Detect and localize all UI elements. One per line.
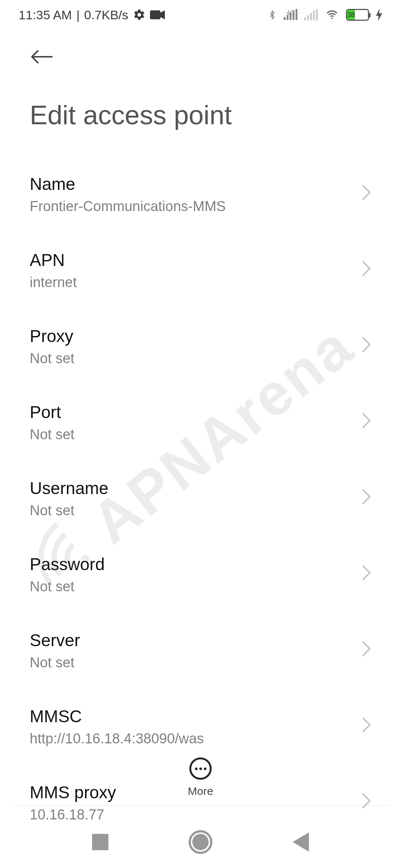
status-separator: |: [76, 8, 80, 22]
signal-2: [304, 9, 318, 20]
setting-mms-proxy[interactable]: MMS proxy 10.16.18.77: [30, 765, 371, 841]
setting-label: Port: [30, 402, 74, 422]
bluetooth-icon: [267, 8, 277, 22]
setting-value: Not set: [30, 427, 74, 443]
status-left: 11:35 AM | 0.7KB/s: [19, 8, 165, 22]
gear-icon: [133, 9, 146, 21]
battery-percent: 38: [348, 11, 355, 19]
setting-value: Not set: [30, 579, 105, 595]
setting-username[interactable]: Username Not set: [30, 460, 371, 536]
setting-value: http://10.16.18.4:38090/was: [30, 731, 204, 747]
chevron-right-icon: [362, 260, 371, 280]
arrow-left-icon: [30, 49, 53, 65]
settings-list: Name Frontier-Communications-MMS APN int…: [0, 156, 401, 841]
chevron-right-icon: [362, 565, 371, 584]
setting-value: Not set: [30, 655, 80, 671]
signal-bars-icon: [284, 9, 297, 20]
status-netspeed: 0.7KB/s: [84, 8, 128, 22]
setting-label: MMS proxy: [30, 782, 116, 802]
setting-value: internet: [30, 274, 77, 290]
chevron-right-icon: [362, 717, 371, 736]
status-right: 4G 38: [267, 8, 382, 22]
setting-value: Not set: [30, 503, 108, 519]
setting-label: Password: [30, 554, 105, 574]
back-row: [0, 30, 401, 78]
chevron-right-icon: [362, 184, 371, 204]
camera-icon: [150, 10, 165, 20]
charging-bolt-icon: [376, 9, 382, 21]
setting-name[interactable]: Name Frontier-Communications-MMS: [30, 156, 371, 232]
setting-label: Username: [30, 478, 108, 498]
setting-label: Server: [30, 630, 80, 650]
status-bar: 11:35 AM | 0.7KB/s 4G: [0, 0, 401, 30]
chevron-right-icon: [362, 412, 371, 432]
chevron-right-icon: [362, 336, 371, 356]
setting-mmsc[interactable]: MMSC http://10.16.18.4:38090/was: [30, 688, 371, 765]
wifi-icon: [325, 9, 339, 21]
svg-rect-0: [150, 10, 160, 19]
svg-point-1: [331, 17, 333, 19]
setting-value: 10.16.18.77: [30, 807, 116, 823]
setting-password[interactable]: Password Not set: [30, 536, 371, 612]
setting-label: Proxy: [30, 326, 74, 346]
page-title: Edit access point: [0, 78, 401, 156]
battery-icon: 38: [346, 9, 369, 21]
chevron-right-icon: [362, 641, 371, 660]
setting-port[interactable]: Port Not set: [30, 384, 371, 460]
setting-label: APN: [30, 250, 77, 270]
chevron-right-icon: [362, 793, 371, 812]
setting-server[interactable]: Server Not set: [30, 612, 371, 688]
setting-label: Name: [30, 174, 226, 194]
setting-label: MMSC: [30, 706, 204, 726]
setting-proxy[interactable]: Proxy Not set: [30, 308, 371, 384]
back-button[interactable]: [30, 45, 53, 70]
status-time: 11:35 AM: [19, 8, 72, 22]
chevron-right-icon: [362, 489, 371, 508]
setting-apn[interactable]: APN internet: [30, 232, 371, 308]
signal-bars-no-sim-icon: [304, 9, 318, 20]
signal-1: 4G: [284, 10, 297, 20]
setting-value: Frontier-Communications-MMS: [30, 198, 226, 214]
setting-value: Not set: [30, 351, 74, 366]
